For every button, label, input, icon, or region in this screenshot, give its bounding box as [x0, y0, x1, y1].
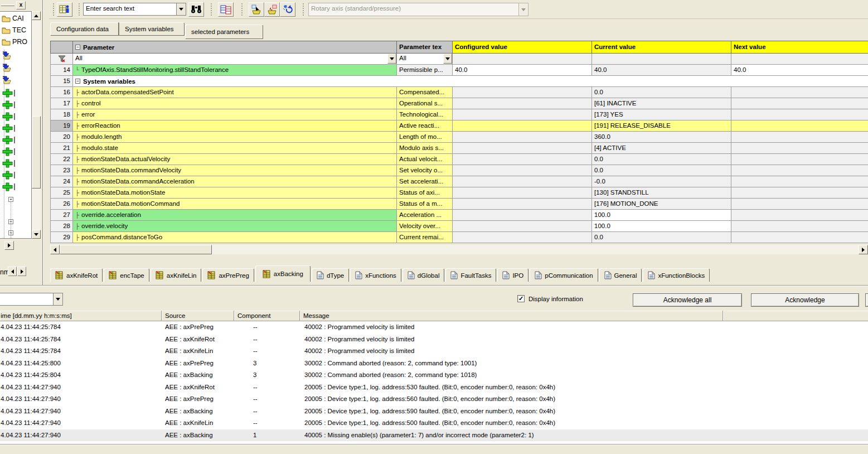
- current-value-cell[interactable]: [191] RELEASE_DISABLE: [592, 120, 731, 132]
- sheet-tab-pCommunication[interactable]: pCommunication: [530, 268, 598, 282]
- parameter-name-cell[interactable]: ├motionStateData.commandVelocity: [73, 165, 397, 176]
- configured-value-cell[interactable]: [453, 120, 592, 132]
- tree-axis-item[interactable]: [2, 89, 15, 98]
- parameter-text-column-header[interactable]: Parameter tex: [397, 41, 453, 54]
- table-horizontal-scrollbar[interactable]: [50, 245, 868, 254]
- current-value-cell[interactable]: [176] MOTION_DONE: [592, 199, 731, 210]
- tree-folder-PRO[interactable]: PRO: [2, 38, 27, 46]
- sheet-tab-FaultTasks[interactable]: FaultTasks: [445, 268, 496, 282]
- close-pane-button[interactable]: x: [16, 1, 26, 9]
- acknowledge-all-button[interactable]: Acknowledge all: [633, 293, 742, 307]
- tab-configuration-data[interactable]: Configuration data: [50, 22, 119, 36]
- scrollbar-thumb[interactable]: [32, 116, 41, 189]
- configured-value-cell[interactable]: [453, 176, 592, 187]
- parameter-text-cell[interactable]: Acceleration ...: [397, 210, 453, 221]
- row-number-cell[interactable]: 28: [50, 221, 73, 232]
- next-value-cell[interactable]: [731, 98, 868, 109]
- acknowledge-button[interactable]: Acknowledge: [751, 293, 859, 307]
- log-row[interactable]: 4.04.23 11:44:25:784AEE : axKnifeLin--40…: [0, 345, 868, 358]
- configured-value-column-header[interactable]: Configured value: [453, 41, 592, 54]
- next-value-cell[interactable]: [731, 87, 868, 98]
- tree-axis-item[interactable]: [2, 124, 15, 133]
- current-value-cell[interactable]: -0.0: [592, 176, 731, 187]
- log-row[interactable]: 4.04.23 11:44:25:804AEE : axBacking33000…: [0, 369, 868, 381]
- tree-hscroll-right-button[interactable]: [4, 241, 14, 250]
- log-filter-combo[interactable]: [0, 293, 63, 306]
- row-number-cell[interactable]: 25: [50, 187, 73, 199]
- configured-value-cell[interactable]: 40.0: [453, 65, 592, 76]
- toolbar-grip[interactable]: [211, 3, 212, 16]
- current-value-cell[interactable]: 360.0: [592, 132, 731, 143]
- current-value-cell[interactable]: 0.0: [592, 87, 731, 98]
- log-row[interactable]: 4.04.23 11:44:27:940AEE : axPrePreg--200…: [0, 393, 868, 405]
- expert-list-button[interactable]: [57, 2, 72, 17]
- sheet-tab-xFunctionBlocks[interactable]: xFunctionBlocks: [643, 268, 710, 282]
- collapse-all-icon[interactable]: −: [75, 45, 80, 50]
- filter-icon-cell[interactable]: [50, 54, 73, 65]
- configured-value-cell[interactable]: [453, 154, 592, 165]
- parameter-filter-cell[interactable]: All: [73, 54, 397, 65]
- next-value-cell[interactable]: [731, 143, 868, 154]
- next-value-column-header[interactable]: Next value: [731, 41, 868, 54]
- filter-dropdown-button[interactable]: [443, 54, 452, 64]
- current-value-cell[interactable]: 40.0: [592, 65, 731, 76]
- filter-dropdown-button[interactable]: [387, 54, 396, 64]
- parameter-text-cell[interactable]: Operational s...: [397, 98, 453, 109]
- collapse-icon[interactable]: −: [75, 79, 80, 84]
- parameter-name-cell[interactable]: ├motionStateData.actualVelocity: [73, 154, 397, 165]
- current-value-cell[interactable]: 100.0: [592, 221, 731, 232]
- log-row[interactable]: 4.04.23 11:44:25:800AEE : axPrePreg33000…: [0, 358, 868, 370]
- parameter-text-cell[interactable]: Permissible p...: [397, 65, 453, 76]
- parameter-column-header[interactable]: − Parameter: [73, 41, 397, 54]
- tree-axis-item[interactable]: [2, 136, 15, 144]
- next-value-cell[interactable]: [731, 232, 868, 243]
- parameter-name-cell[interactable]: ├override.velocity: [73, 221, 397, 232]
- compare-button[interactable]: [218, 2, 234, 17]
- row-number-cell[interactable]: 26: [50, 199, 73, 210]
- parameter-text-cell[interactable]: Status of axi...: [397, 187, 453, 199]
- configured-value-cell[interactable]: [453, 187, 592, 199]
- tree-insert-object[interactable]: [2, 51, 13, 60]
- next-value-cell[interactable]: [731, 199, 868, 210]
- row-number-cell[interactable]: 17: [50, 98, 73, 109]
- configured-value-cell[interactable]: [453, 232, 592, 243]
- tree-axis-item[interactable]: [2, 112, 15, 121]
- row-number-cell[interactable]: 24: [50, 176, 73, 187]
- parameter-name-cell[interactable]: └TypeOfAxis.StandStillMonitoring.stillSt…: [73, 65, 397, 76]
- toolbar-grip[interactable]: [53, 3, 55, 16]
- scrollbar-thumb[interactable]: [60, 245, 212, 254]
- search-combo[interactable]: Enter search text: [83, 3, 186, 16]
- configured-value-cell[interactable]: [453, 109, 592, 120]
- sheet-tab-axPrePreg[interactable]: axPrePreg: [202, 268, 254, 282]
- parameter-name-cell[interactable]: ├modulo.state: [73, 143, 397, 154]
- current-value-cell[interactable]: [173] YES: [592, 109, 731, 120]
- next-value-cell[interactable]: [731, 132, 868, 143]
- tree-folder-CAI[interactable]: CAI: [2, 15, 24, 22]
- next-value-cell[interactable]: [731, 221, 868, 232]
- tree-axis-item[interactable]: [2, 147, 15, 156]
- log-filter-value[interactable]: [0, 293, 53, 306]
- current-value-cell[interactable]: 0.0: [592, 232, 731, 243]
- search-button[interactable]: [188, 2, 204, 17]
- parameter-text-cell[interactable]: Modulo axis s...: [397, 143, 453, 154]
- parameter-name-cell[interactable]: ├override.acceleration: [73, 210, 397, 221]
- sheet-tab-axKnifeLin[interactable]: axKnifeLin: [151, 268, 202, 282]
- tree-axis-item[interactable]: [2, 182, 15, 191]
- next-value-cell[interactable]: [731, 187, 868, 199]
- log-message-column-header[interactable]: Message: [300, 311, 723, 321]
- next-value-cell[interactable]: 40.0: [731, 65, 868, 76]
- parameter-text-cell[interactable]: Status of a m...: [397, 199, 453, 210]
- current-value-cell[interactable]: [4] ACTIVE: [592, 143, 731, 154]
- parameter-text-cell[interactable]: Technological...: [397, 109, 453, 120]
- pane-grip[interactable]: [1, 4, 14, 6]
- next-value-cell[interactable]: [731, 176, 868, 187]
- row-number-cell[interactable]: 20: [50, 132, 73, 143]
- sheet-tab-IPO[interactable]: IPO: [497, 268, 528, 282]
- pane-divider[interactable]: [42, 0, 43, 286]
- search-input[interactable]: Enter search text: [83, 3, 176, 16]
- toolbar-grip[interactable]: [241, 3, 243, 16]
- toolbar-grip[interactable]: [303, 3, 304, 16]
- parameter-text-filter-cell[interactable]: All: [397, 54, 453, 65]
- tree-folder-TEC[interactable]: TEC: [2, 26, 26, 34]
- log-source-column-header[interactable]: Source: [162, 311, 234, 321]
